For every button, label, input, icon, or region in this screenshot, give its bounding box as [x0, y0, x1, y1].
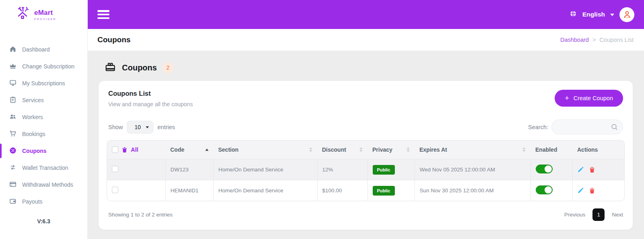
edit-pencil-icon[interactable]	[578, 167, 584, 173]
current-page-button[interactable]: 1	[592, 208, 605, 221]
cart-icon	[9, 130, 17, 138]
discount-badge-icon	[9, 147, 17, 155]
sidebar-item-coupons[interactable]: Coupons	[0, 142, 87, 159]
column-header-privacy[interactable]: Privacy	[367, 140, 415, 159]
sidebar-item-dashboard[interactable]: Dashboard	[0, 41, 87, 58]
sidebar-item-label: Workers	[22, 114, 43, 120]
table-row: DW123 Home/On Demand Service 12% Public …	[107, 159, 624, 180]
sort-asc-icon	[205, 148, 208, 151]
sidebar-item-withdrawal-methods[interactable]: Withdrawal Methods	[0, 176, 87, 193]
search-label: Search:	[528, 124, 548, 130]
enabled-toggle[interactable]	[536, 185, 553, 194]
cell-discount: 12%	[317, 159, 367, 180]
brand[interactable]: eMart PROVIDER	[0, 0, 87, 29]
column-header-enabled: Enabled	[530, 140, 572, 159]
content: Coupons 2 Coupons List View and manage a…	[88, 51, 644, 239]
sidebar-item-bookings[interactable]: Bookings	[0, 126, 87, 142]
entries-label: entries	[157, 124, 175, 130]
sidebar-item-payouts[interactable]: Payouts	[0, 193, 87, 210]
row-checkbox[interactable]	[112, 187, 118, 193]
sidebar-nav: Dashboard Change Subscription My Subscri…	[0, 41, 87, 210]
enabled-toggle[interactable]	[536, 165, 553, 173]
breadcrumb-separator: >	[592, 37, 596, 43]
privacy-badge: Public	[373, 186, 395, 196]
sort-icon	[522, 147, 526, 152]
card-title: Coupons List	[108, 90, 193, 97]
gift-box-icon	[104, 61, 116, 74]
table-row: HEMANID1 Home/On Demand Service $100.00 …	[107, 180, 624, 201]
delete-trash-icon[interactable]	[589, 187, 595, 194]
previous-page-button[interactable]: Previous	[564, 212, 586, 218]
cell-section: Home/On Demand Service	[213, 180, 317, 201]
section-heading: Coupons 2	[104, 61, 633, 74]
delete-selected-icon[interactable]	[122, 147, 127, 152]
sort-icon	[359, 147, 363, 152]
people-icon	[9, 113, 17, 122]
create-coupon-button[interactable]: + Create Coupon	[555, 90, 623, 107]
edit-pencil-icon[interactable]	[578, 187, 584, 194]
pagination: Previous 1 Next	[564, 208, 623, 221]
home-icon	[9, 45, 17, 54]
page-header: Coupons Dashboard > Coupons List	[88, 29, 644, 51]
table-header-row: All Code Section Discount Privacy Expire…	[107, 140, 624, 159]
breadcrumb-dashboard[interactable]: Dashboard	[560, 37, 589, 43]
brand-text: eMart PROVIDER	[34, 9, 56, 21]
entries-summary: Showing 1 to 2 of 2 entries	[108, 212, 173, 218]
coupons-table: All Code Section Discount Privacy Expire…	[107, 140, 625, 201]
column-header-code[interactable]: Code	[165, 140, 213, 159]
active-indicator	[0, 144, 2, 158]
sidebar-item-label: Payouts	[22, 198, 43, 205]
cell-section: Home/On Demand Service	[213, 159, 317, 180]
avatar[interactable]	[619, 7, 634, 22]
globe-icon	[569, 10, 577, 19]
plus-icon: +	[565, 94, 569, 103]
column-header-discount[interactable]: Discount	[317, 140, 367, 159]
sidebar-item-label: Wallet Transaction	[22, 165, 68, 171]
wallet-icon	[9, 198, 17, 206]
coupon-count-badge: 2	[163, 62, 173, 73]
privacy-badge: Public	[373, 165, 395, 175]
brand-logo-icon	[14, 6, 31, 23]
delete-trash-icon[interactable]	[589, 167, 595, 173]
table-controls: Show 10 entries Search:	[108, 120, 623, 134]
create-coupon-label: Create Coupon	[574, 95, 613, 101]
cell-code: DW123	[165, 159, 213, 180]
cell-expires-at: Sun Nov 30 2025 12:00:00 AM	[415, 180, 530, 201]
transfer-arrows-icon	[9, 164, 17, 172]
sidebar-item-workers[interactable]: Workers	[0, 109, 87, 126]
search-icon	[611, 124, 618, 131]
brand-name: eMart	[34, 9, 56, 17]
main-area: English Coupons Dashboard > Coupons List…	[88, 0, 644, 239]
sidebar-item-label: Bookings	[22, 131, 45, 137]
column-header-expires-at[interactable]: Expires At	[415, 140, 530, 159]
select-all-label[interactable]: All	[131, 146, 138, 153]
sidebar-item-label: Services	[22, 97, 44, 103]
row-checkbox[interactable]	[112, 166, 118, 172]
page-title: Coupons	[97, 35, 130, 44]
column-header-section[interactable]: Section	[213, 140, 317, 159]
card-head-text: Coupons List View and manage all the cou…	[108, 90, 193, 107]
breadcrumb-current: Coupons List	[599, 37, 634, 43]
sort-icon	[407, 147, 410, 152]
sidebar-item-change-subscription[interactable]: Change Subscription	[0, 58, 87, 75]
language-selector[interactable]: English	[582, 11, 605, 18]
breadcrumb: Dashboard > Coupons List	[560, 37, 634, 43]
cell-discount: $100.00	[317, 180, 367, 201]
chevron-down-icon[interactable]	[610, 14, 614, 16]
table-footer: Showing 1 to 2 of 2 entries Previous 1 N…	[108, 208, 623, 221]
sidebar-item-label: My Subscriptions	[22, 80, 65, 87]
show-label: Show	[108, 124, 123, 130]
page-size-select[interactable]: 10	[127, 121, 153, 134]
hamburger-menu-icon[interactable]	[97, 10, 109, 19]
section-title: Coupons	[122, 63, 157, 72]
select-all-checkbox[interactable]	[112, 146, 118, 153]
sidebar-item-label: Dashboard	[22, 46, 50, 53]
next-page-button[interactable]: Next	[612, 212, 623, 218]
sidebar-item-services[interactable]: Services	[0, 92, 87, 109]
coupons-card: Coupons List View and manage all the cou…	[99, 81, 633, 230]
sidebar-item-my-subscriptions[interactable]: My Subscriptions	[0, 75, 87, 92]
clipboard-icon	[9, 96, 17, 105]
sidebar-item-wallet-transaction[interactable]: Wallet Transaction	[0, 159, 87, 176]
sort-icon	[309, 147, 312, 152]
app-version: V:6.3	[0, 213, 87, 229]
